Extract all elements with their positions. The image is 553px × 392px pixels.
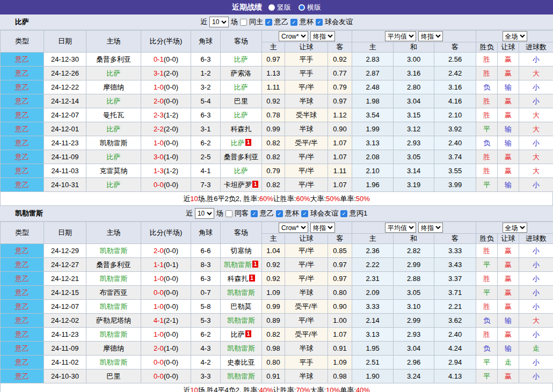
avg-away-odds-cell: 2.40	[434, 136, 476, 150]
odds-time-select[interactable]: 终指	[310, 223, 335, 233]
halftime-score: (0-0)	[164, 97, 178, 105]
scope-select[interactable]: 全场	[503, 223, 527, 233]
home-team-cell: 凯勒雷斯	[86, 300, 141, 314]
red-card-badge: 1	[252, 181, 258, 188]
handicap-line-cell: 平手	[285, 356, 328, 369]
away-team-name: 切塞纳	[231, 247, 252, 255]
halftime-score: (0-0)	[164, 330, 178, 338]
handicap-away-odds-cell: 0.98	[328, 369, 352, 383]
same-venue-checkbox[interactable]	[225, 210, 232, 217]
date-cell: 24-12-02	[44, 314, 86, 328]
league-type-cell: 意乙	[1, 300, 44, 314]
avg-time-select[interactable]: 终指	[418, 223, 443, 233]
avg-home-odds-cell: 2.10	[352, 164, 394, 178]
fulltime-score: 0-0	[154, 289, 164, 297]
scope-select[interactable]: 全场	[503, 31, 527, 41]
avg-time-select[interactable]: 终指	[418, 31, 443, 41]
avg-away-odds-cell: 3.43	[434, 258, 476, 272]
home-team-cell: 桑普多利亚	[86, 258, 141, 272]
filter-controls: 近10场同客✓意乙✓意杯✓球会友谊✓意丙1	[186, 208, 367, 219]
corner-cell: 6-3	[191, 272, 221, 286]
odds-time-select[interactable]: 终指	[310, 31, 335, 41]
score-cell: 0-0(0-0)	[141, 286, 191, 300]
away-team-cell: 巴里	[221, 94, 262, 108]
recent-matches-table: 类型日期主场比分(半场)角球客场Crow*终指平均值终指全场主让球客主和客胜负让…	[0, 30, 553, 192]
summary-segment: 大率:	[310, 386, 326, 392]
section-away-team: 凯勒雷斯 近10场同客✓意乙✓意杯✓球会友谊✓意丙1 类型日期主场比分(半场)角…	[0, 206, 553, 392]
corner-cell: 4-3	[191, 342, 221, 356]
result-handicap-cell: 赢	[498, 150, 519, 164]
halftime-score: (0-0)	[164, 289, 178, 297]
result-handicap-cell: 输	[498, 342, 519, 356]
result-wdl-cell: 负	[476, 80, 498, 94]
result-handicap-cell: 赢	[498, 258, 519, 272]
matches-count-select[interactable]: 10	[195, 208, 214, 219]
away-team-cell: 比萨1	[221, 328, 262, 342]
league-checkbox-2[interactable]: ✓	[316, 19, 323, 26]
date-cell: 24-12-22	[44, 80, 86, 94]
result-handicap-cell: 输	[498, 122, 519, 136]
corner-cell: 3-3	[191, 369, 221, 383]
league-checkbox-3[interactable]: ✓	[340, 210, 347, 217]
match-row: 意乙24-10-31比萨0-0(0-0)7-3卡坦萨罗10.82平/半1.071…	[1, 178, 553, 192]
away-team-name: 巴里	[234, 97, 248, 105]
halftime-score: (0-0)	[164, 302, 178, 310]
summary-stats: 近10场,胜6平2负2, 胜率:60% 让胜率:60% 大率:50% 单率:50…	[0, 192, 553, 206]
radio-horizontal-layout[interactable]: 横版	[299, 3, 321, 12]
avg-source-select[interactable]: 平均值	[385, 31, 416, 41]
section-team-name: 比萨	[15, 17, 29, 27]
away-team-cell: 凯勒雷斯	[221, 342, 262, 356]
home-team-name: 比萨	[107, 181, 121, 189]
bookmaker-select[interactable]: Crow*	[279, 223, 308, 233]
away-team-cell: 比萨	[221, 108, 262, 122]
red-card-badge: 1	[252, 261, 258, 268]
league-checkbox-1[interactable]: ✓	[290, 19, 297, 26]
result-handicap-cell: 赢	[498, 300, 519, 314]
result-goals-cell: 大	[519, 314, 553, 328]
fulltime-score: 3-1	[154, 69, 164, 77]
home-team-cell: 凯勒雷斯	[86, 328, 141, 342]
same-venue-checkbox[interactable]	[240, 19, 247, 26]
avg-home-odds-cell: 2.08	[352, 150, 394, 164]
avg-draw-odds-cell: 2.80	[394, 80, 434, 94]
matches-count-select[interactable]: 10	[209, 17, 229, 27]
league-checkbox-2[interactable]: ✓	[301, 210, 308, 217]
handicap-line-cell: 受平/半	[285, 328, 328, 342]
home-team-name: 桑普多利亚	[96, 261, 131, 269]
match-row: 意乙24-11-03克雷莫纳1-3(1-2)4-1比萨0.79平/半1.112.…	[1, 164, 553, 178]
result-wdl-cell: 平	[476, 369, 498, 383]
match-row: 意乙24-11-09比萨3-0(1-0)2-5桑普多利亚0.82平/半1.072…	[1, 150, 553, 164]
handicap-line-cell: 平/半	[285, 244, 328, 258]
league-checkbox-label-0: 意乙	[274, 17, 288, 27]
result-wdl-cell: 平	[476, 258, 498, 272]
sub-header-7: 让球	[498, 234, 519, 244]
handicap-line-cell: 平手	[285, 66, 328, 80]
summary-segment: 近	[183, 386, 190, 392]
corner-cell: 1-2	[191, 66, 221, 80]
match-row: 意乙24-12-15布雷西亚0-0(0-0)0-7凯勒雷斯1.09半球0.802…	[1, 286, 553, 300]
filter-bar: 凯勒雷斯 近10场同客✓意乙✓意杯✓球会友谊✓意丙1	[0, 206, 553, 221]
col-header-0: 类型	[1, 31, 44, 53]
league-checkbox-0[interactable]: ✓	[265, 19, 272, 26]
score-cell: 2-0(1-0)	[141, 342, 191, 356]
league-checkbox-1[interactable]: ✓	[276, 210, 283, 217]
section-team-name: 凯勒雷斯	[15, 209, 43, 218]
avg-away-odds-cell: 3.62	[434, 314, 476, 328]
match-row: 意乙24-11-23凯勒雷斯1-0(0-0)6-2比萨10.82受平/半1.07…	[1, 328, 553, 342]
handicap-line-cell: 平/半	[285, 150, 328, 164]
radio-vertical-layout[interactable]: 竖版	[268, 3, 291, 12]
score-cell: 1-0(0-0)	[141, 136, 191, 150]
bookmaker-select[interactable]: Crow*	[279, 31, 308, 41]
avg-source-select[interactable]: 平均值	[385, 223, 416, 233]
league-type-cell: 意乙	[1, 150, 44, 164]
avg-draw-odds-cell: 3.16	[394, 66, 434, 80]
avg-home-odds-cell: 1.99	[352, 122, 394, 136]
match-row: 意乙24-12-26比萨3-1(2-0)1-2萨索洛1.13平手0.772.87…	[1, 66, 553, 80]
league-checkbox-0[interactable]: ✓	[251, 210, 258, 217]
summary-segment: 近	[183, 194, 190, 204]
avg-away-odds-cell: 2.56	[434, 53, 476, 66]
match-row: 意乙24-12-07凯勒雷斯1-0(0-0)5-8巴勒莫0.99受平/半0.90…	[1, 300, 553, 314]
home-team-name: 凯勒雷斯	[100, 302, 128, 310]
summary-segment: 场,胜4平4负2, 胜率:	[198, 386, 259, 392]
result-handicap-cell: 输	[498, 314, 519, 328]
